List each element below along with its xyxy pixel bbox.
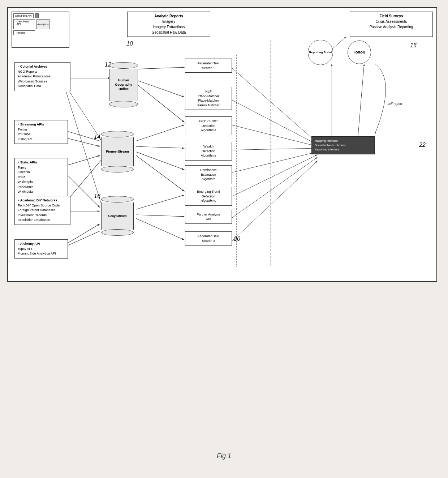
estimation-label: Estimation [201, 173, 216, 176]
svg-line-26 [231, 152, 318, 173]
reporting-portal: Reporting Portal [308, 40, 333, 65]
label-20: 20 [234, 236, 240, 242]
svg-line-28 [231, 157, 318, 218]
family-label: Family Matcher [197, 103, 220, 107]
crisis-assessments-label: Crisis Assessments [376, 20, 407, 24]
emerging-trend-label: Emerging Trend [197, 190, 220, 193]
svg-line-22 [231, 67, 318, 143]
morningside-label: MorningSide Analytica API [18, 252, 56, 255]
process-fed-search-2: Federated Text Search 2 [185, 231, 232, 246]
topsy-api-label: Topsy API [18, 247, 32, 251]
panoramio-label: Panoramio [18, 185, 34, 189]
geospatial-raw-label: Geospatial Raw Data [152, 30, 186, 34]
svg-line-10 [136, 67, 184, 69]
partner-analysis-label: Partner Analysis [197, 213, 220, 216]
emerging-algorithms-label: Algorithms [201, 199, 216, 202]
svg-line-16 [136, 155, 184, 191]
alchemy-icon: ≡ [18, 242, 20, 246]
colonial-icon: ≡ [18, 65, 20, 68]
svg-line-12 [136, 84, 184, 122]
wealth-label: Wealth [203, 145, 214, 148]
svg-line-19 [136, 218, 184, 240]
topsy-label: Topsy [18, 166, 26, 169]
svg-line-13 [136, 125, 184, 141]
page-wrapper: Data Feed API OSM Feed API Analytics Pre… [0, 0, 448, 478]
fed-search-1-line1: Federated Text [198, 61, 219, 65]
top-right-dark-box [35, 13, 39, 18]
hgo-label: HumanGeographyOnline [115, 78, 132, 91]
wikimapia-label: Wikimapia [18, 180, 33, 184]
ethno-label: Ethno-Matcher [198, 94, 219, 98]
academic-pub-label: Academic Publications [18, 74, 51, 78]
cylinder-pioneer: PioneerStream [101, 131, 134, 172]
linkedin-label: Linkedin [18, 170, 30, 174]
svg-line-14 [136, 146, 184, 148]
present-label: Present [13, 30, 35, 35]
nlp-label: NLP [205, 90, 212, 93]
wealth-detection-label: Detection [202, 149, 215, 153]
web-sources-label: Web-based Sources [18, 80, 47, 83]
analytics-icon-box: Analytics [36, 19, 49, 29]
geo-detection-label: Detection [202, 124, 215, 128]
wikimedia-label: WikiMedia [18, 190, 33, 193]
label-22: 22 [419, 142, 426, 148]
interface-box: Mapping Interface Social Network Interfa… [311, 136, 375, 154]
svg-line-21 [64, 85, 102, 206]
alchemy-api-label: Alchemy API [20, 242, 40, 246]
cylinder-hgo: HumanGeographyOnline [109, 62, 138, 107]
svg-line-9 [64, 231, 100, 247]
emerging-detection-label: Detection [202, 195, 215, 198]
social-network-label: Social Network Interface [315, 144, 346, 147]
analytic-reports-label: Analytic Reports [154, 14, 183, 18]
geo-cluster-label: GEO Cluster [199, 119, 217, 123]
fed-search-2-line1: Federated Text [198, 234, 219, 238]
svg-line-32 [357, 64, 364, 148]
process-emerging: Emerging Trend Detection Algorithms [185, 187, 232, 206]
data-feed-api-label: Data Feed API [13, 13, 34, 18]
reporting-portal-label: Reporting Portal [309, 51, 332, 54]
svg-line-23 [231, 100, 318, 145]
process-wealth: Wealth Detection Algorithms [185, 142, 232, 161]
svg-line-17 [136, 195, 184, 209]
osm-feed-api-label: OSM Feed API [13, 19, 35, 29]
osm-label: OSM [18, 175, 25, 179]
cylinder-gray: GrayStream [101, 196, 134, 236]
source-box-static: ≡Static APIs Topsy Linkedin OSM Wikimapi… [14, 158, 68, 197]
dominance-label: Dominance [200, 168, 217, 172]
passive-analysis-label: Passive Analysis Reporting [370, 25, 413, 29]
wealth-algorithms-label: Algorithms [201, 154, 216, 157]
youtube-label: YouTube [18, 132, 30, 136]
geospatial-data-label: Geospatial Data [18, 84, 41, 88]
self-report-label: self-report [387, 102, 402, 106]
svg-line-27 [231, 155, 318, 197]
static-apis-label: Static APIs [20, 161, 37, 164]
diagram-container: Data Feed API OSM Feed API Analytics Pre… [7, 7, 437, 282]
foreign-patent-label: Foreign Patent Databases [18, 208, 56, 212]
place-label: Place-Matcher [198, 99, 219, 102]
svg-line-24 [231, 125, 318, 146]
label-16: 16 [410, 42, 417, 49]
ngo-reports-label: NGO Reports [18, 70, 38, 73]
geo-algorithms-label: Algorithms [201, 128, 216, 132]
svg-line-4 [64, 155, 100, 166]
svg-line-18 [136, 215, 184, 217]
gray-label: GrayStream [108, 214, 126, 218]
streaming-icon: ≡ [18, 123, 20, 126]
instagram-label: Instagram [18, 137, 32, 141]
idron-circle: I-DRON [348, 40, 371, 64]
top-left-ui-box: Data Feed API OSM Feed API Analytics Pre… [12, 12, 69, 48]
svg-line-29 [231, 161, 318, 242]
svg-line-30 [332, 37, 346, 50]
source-box-colonial: ≡Colonial Archives NGO Reports Academic … [14, 62, 70, 91]
streaming-apis-label: Streaming APIs [20, 123, 44, 126]
svg-line-11 [136, 80, 184, 97]
top-center-box: Analytic Reports Imagery Imagery Extract… [127, 12, 210, 37]
fed-search-1-line2: Search 1 [202, 66, 215, 70]
imagery-extractions-label: Imagery Extractions [153, 25, 185, 29]
label-166: 16 [94, 193, 100, 200]
svg-line-8 [64, 224, 100, 246]
imagery-label: Imagery [162, 20, 175, 24]
source-box-streaming: ≡Streaming APIs Twitter YouTube Instagra… [14, 120, 68, 144]
label-10: 10 [126, 40, 133, 47]
field-surveys-label: Field Surveys [379, 14, 403, 18]
